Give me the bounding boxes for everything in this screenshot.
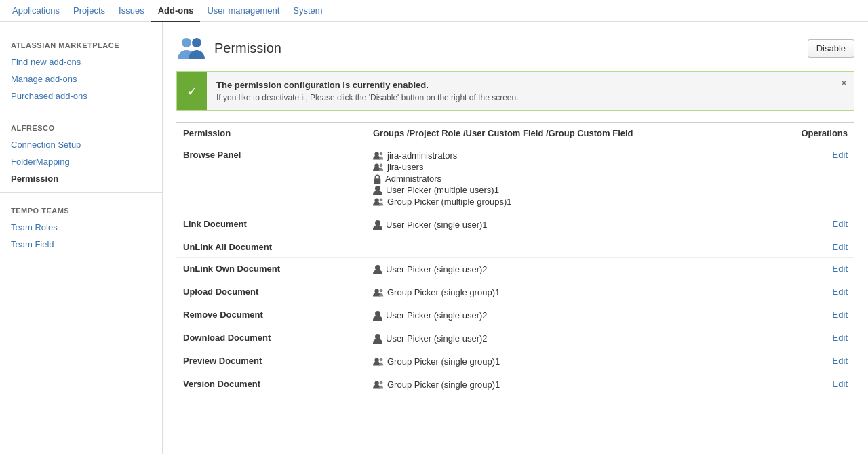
edit-link[interactable]: Edit [833,264,848,274]
permission-name: Version Document [176,373,366,396]
group-entry: jira-users [373,161,787,173]
nav-user-management[interactable]: User management [200,0,286,22]
sidebar-section-title-alfresco: ALFRESCO [0,116,162,136]
sidebar-item-team-field[interactable]: Team Field [0,236,162,253]
svg-point-5 [380,163,383,167]
alert-message-bold: The permission configuration is currentl… [216,80,519,90]
sidebar-item-find-addons[interactable]: Find new add-ons [0,54,162,70]
sidebar-item-manage-addons[interactable]: Manage add-ons [0,70,162,87]
permission-name: Browse Panel [176,144,366,213]
permission-operation: Edit [794,304,854,327]
svg-point-7 [375,186,380,191]
sidebar-section-title-marketplace: ATLASSIAN MARKETPLACE [0,33,162,54]
nav-projects[interactable]: Projects [66,0,112,22]
table-row: Download Document User Picker (single us… [176,327,854,350]
permission-operation: Edit [794,258,854,281]
disable-button[interactable]: Disable [808,39,854,58]
sidebar-item-team-roles[interactable]: Team Roles [0,219,162,236]
svg-point-9 [380,198,383,201]
sidebar-section-tempo: TEMPO TEAMS Team Roles Team Field [0,199,162,253]
group-entry: Group Picker (multiple groups)1 [373,196,787,207]
table-row: Browse Panel jira-administrators jira-us… [176,144,854,213]
permission-groups: User Picker (single user)2 [366,304,794,327]
permission-operation: Edit [794,236,854,258]
sidebar: ATLASSIAN MARKETPLACE Find new add-ons M… [0,22,163,454]
main-content: Permission Disable ✓ The permission conf… [163,22,868,454]
svg-point-15 [375,334,380,339]
edit-link[interactable]: Edit [833,242,848,252]
page-header-left: Permission [176,33,281,63]
permission-icon [176,33,206,63]
main-layout: ATLASSIAN MARKETPLACE Find new add-ons M… [0,22,868,454]
permissions-table: Permission Groups /Project Role /User Cu… [176,122,854,396]
group-entry: User Picker (single user)2 [373,264,787,275]
sidebar-item-connection-setup[interactable]: Connection Setup [0,136,162,153]
nav-addons[interactable]: Add-ons [151,0,201,22]
edit-link[interactable]: Edit [833,356,848,366]
permission-groups [366,236,794,258]
alert-content: The permission configuration is currentl… [207,72,543,110]
permission-name: UnLink All Document [176,236,366,258]
edit-link[interactable]: Edit [833,219,848,229]
col-header-permission: Permission [176,123,366,144]
sidebar-divider-2 [0,192,162,193]
table-row: UnLink Own Document User Picker (single … [176,258,854,281]
edit-link[interactable]: Edit [833,379,848,389]
permission-operation: Edit [794,350,854,373]
group-entry: jira-administrators [373,150,787,161]
permission-name: Download Document [176,327,366,350]
permission-operation: Edit [794,213,854,236]
svg-point-10 [375,220,380,226]
edit-link[interactable]: Edit [833,287,848,297]
table-row: Link Document User Picker (single user)1… [176,213,854,236]
svg-point-13 [380,289,383,292]
sidebar-item-folder-mapping[interactable]: FolderMapping [0,153,162,170]
alert-message-detail: If you like to deactivate it, Please cli… [216,93,519,102]
permission-groups: User Picker (single user)1 [366,213,794,236]
table-row: Remove Document User Picker (single user… [176,304,854,327]
sidebar-divider-1 [0,110,162,110]
alert-box: ✓ The permission configuration is curren… [176,71,854,111]
svg-point-14 [375,311,380,316]
nav-issues[interactable]: Issues [112,0,151,22]
edit-link[interactable]: Edit [833,150,848,160]
svg-point-1 [192,38,201,47]
edit-link[interactable]: Edit [833,333,848,343]
group-entry: Group Picker (single group)1 [373,379,787,390]
permission-operation: Edit [794,281,854,304]
group-entry: User Picker (single user)2 [373,333,787,344]
col-header-operations: Operations [794,123,854,144]
group-entry: User Picker (multiple users)1 [373,184,787,196]
svg-point-17 [380,358,383,361]
top-navigation: Applications Projects Issues Add-ons Use… [0,0,868,22]
svg-point-19 [380,381,383,384]
alert-close-button[interactable]: × [841,77,847,89]
table-row: UnLink All DocumentEdit [176,236,854,258]
permission-name: Upload Document [176,281,366,304]
table-row: Version Document Group Picker (single gr… [176,373,854,396]
sidebar-item-permission[interactable]: Permission [0,170,162,187]
sidebar-section-alfresco: ALFRESCO Connection Setup FolderMapping … [0,116,162,187]
nav-applications[interactable]: Applications [5,0,66,22]
group-entry: Group Picker (single group)1 [373,356,787,367]
edit-link[interactable]: Edit [833,310,848,320]
sidebar-section-title-tempo: TEMPO TEAMS [0,199,162,219]
col-header-groups: Groups /Project Role /User Custom Field … [366,123,794,144]
page-title: Permission [214,41,281,56]
permission-groups: User Picker (single user)2 [366,258,794,281]
page-header: Permission Disable [176,33,854,63]
svg-point-11 [375,265,380,270]
permission-operation: Edit [794,373,854,396]
permission-name: Remove Document [176,304,366,327]
svg-point-0 [182,38,191,47]
permission-groups: Group Picker (single group)1 [366,350,794,373]
permission-groups: Group Picker (single group)1 [366,373,794,396]
table-row: Upload Document Group Picker (single gro… [176,281,854,304]
sidebar-item-purchased-addons[interactable]: Purchased add-ons [0,87,162,104]
permission-groups: User Picker (single user)2 [366,327,794,350]
permission-name: Preview Document [176,350,366,373]
permission-groups: Group Picker (single group)1 [366,281,794,304]
nav-system[interactable]: System [286,0,329,22]
permission-groups: jira-administrators jira-users Administr… [366,144,794,213]
permission-name: Link Document [176,213,366,236]
